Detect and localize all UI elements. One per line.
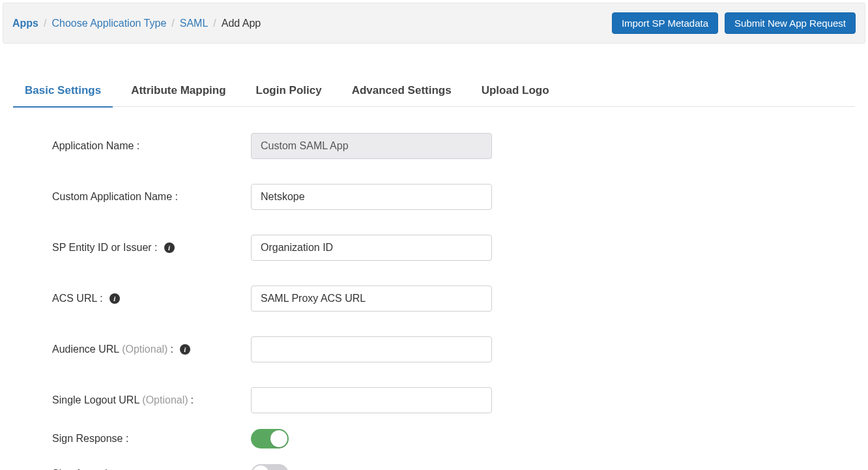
info-icon[interactable]: i xyxy=(180,344,190,355)
submit-new-app-request-button[interactable]: Submit New App Request xyxy=(725,12,856,34)
label-app-name: Application Name : xyxy=(52,140,251,152)
toggle-sign-response[interactable] xyxy=(251,429,289,448)
row-custom-app-name: Custom Application Name : xyxy=(52,184,855,210)
label-audience-url: Audience URL (Optional) : i xyxy=(52,344,251,355)
row-audience-url: Audience URL (Optional) : i xyxy=(52,336,855,362)
input-custom-app-name[interactable] xyxy=(251,184,492,210)
row-sign-response: Sign Response : xyxy=(52,429,855,448)
input-single-logout-url[interactable] xyxy=(251,387,492,413)
tab-attribute-mapping[interactable]: Attribute Mapping xyxy=(119,76,237,106)
breadcrumb-saml[interactable]: SAML xyxy=(180,18,209,29)
toggle-sign-assertion[interactable] xyxy=(251,464,289,470)
breadcrumb-current: Add App xyxy=(222,18,261,29)
label-audience-colon: : xyxy=(170,344,173,355)
import-sp-metadata-button[interactable]: Import SP Metadata xyxy=(612,12,718,34)
tab-advanced-settings[interactable]: Advanced Settings xyxy=(340,76,463,106)
form-area: Application Name : Custom Application Na… xyxy=(13,133,855,470)
label-sign-response: Sign Response : xyxy=(52,433,251,445)
breadcrumb-sep: / xyxy=(213,18,216,29)
row-sp-entity: SP Entity ID or Issuer : i xyxy=(52,235,855,261)
tabs: Basic Settings Attribute Mapping Login P… xyxy=(13,76,855,107)
topbar-actions: Import SP Metadata Submit New App Reques… xyxy=(612,12,856,34)
label-single-logout-url: Single Logout URL (Optional) : xyxy=(52,394,251,406)
label-audience-main: Audience URL xyxy=(52,344,119,355)
label-sp-entity-text: SP Entity ID or Issuer : xyxy=(52,242,158,254)
row-single-logout-url: Single Logout URL (Optional) : xyxy=(52,387,855,413)
row-acs-url: ACS URL : i xyxy=(52,286,855,312)
label-acs-url: ACS URL : i xyxy=(52,293,251,304)
label-slo-main: Single Logout URL xyxy=(52,394,139,406)
input-audience-url[interactable] xyxy=(251,336,492,362)
tab-basic-settings[interactable]: Basic Settings xyxy=(13,76,113,106)
topbar: Apps / Choose Application Type / SAML / … xyxy=(3,3,865,44)
breadcrumb: Apps / Choose Application Type / SAML / … xyxy=(12,18,261,29)
input-app-name xyxy=(251,133,492,159)
content: Basic Settings Attribute Mapping Login P… xyxy=(0,76,868,470)
input-sp-entity[interactable] xyxy=(251,235,492,261)
toggle-knob xyxy=(270,430,287,447)
label-sp-entity: SP Entity ID or Issuer : i xyxy=(52,242,251,254)
label-audience-optional: (Optional) xyxy=(122,344,167,355)
label-acs-url-text: ACS URL : xyxy=(52,293,103,304)
row-app-name: Application Name : xyxy=(52,133,855,159)
label-slo-colon: : xyxy=(191,394,194,406)
tab-upload-logo[interactable]: Upload Logo xyxy=(470,76,561,106)
label-custom-app-name: Custom Application Name : xyxy=(52,191,251,203)
toggle-knob xyxy=(252,465,269,470)
label-slo-optional: (Optional) xyxy=(142,394,188,406)
breadcrumb-sep: / xyxy=(44,18,46,29)
breadcrumb-choose-type[interactable]: Choose Application Type xyxy=(51,18,166,29)
info-icon[interactable]: i xyxy=(109,293,120,304)
tab-login-policy[interactable]: Login Policy xyxy=(244,76,334,106)
breadcrumb-sep: / xyxy=(171,18,174,29)
breadcrumb-apps[interactable]: Apps xyxy=(12,18,38,29)
row-sign-assertion: Sign Assertion : xyxy=(52,464,855,470)
info-icon[interactable]: i xyxy=(164,242,175,253)
input-acs-url[interactable] xyxy=(251,286,492,312)
